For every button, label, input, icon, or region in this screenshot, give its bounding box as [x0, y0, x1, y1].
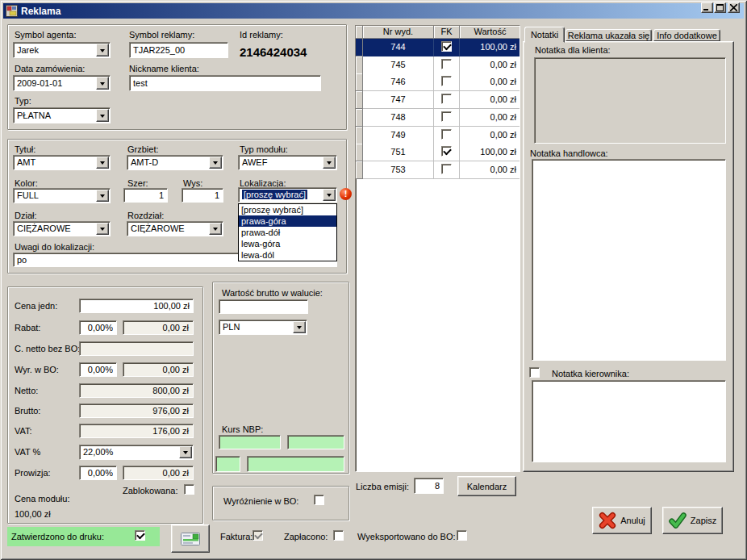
grid-cell-fk[interactable] [434, 56, 460, 74]
zablokowana-checkbox[interactable] [184, 484, 194, 495]
fk-checkbox[interactable] [441, 146, 452, 157]
grid-row-header[interactable] [356, 39, 363, 56]
symbol-agenta-dropdown-button[interactable] [96, 44, 109, 56]
fk-checkbox[interactable] [441, 41, 452, 52]
typ-modulu-dropdown-button[interactable] [323, 157, 336, 169]
grid-row[interactable]: 7470,00 zł [356, 91, 520, 109]
data-zamowienia-dropdown-button[interactable] [96, 77, 109, 90]
grid-cell-fk[interactable] [434, 144, 460, 161]
prowizja-pct-input[interactable] [79, 466, 117, 480]
tab-reklama-ukazala-sie[interactable]: Reklama ukazała się [565, 29, 652, 41]
zapisz-button[interactable]: Zapisz [662, 507, 723, 534]
grid-cell-nr-wyd[interactable]: 751 [363, 144, 434, 161]
zaplacono-checkbox[interactable] [333, 530, 344, 541]
data-zamowienia-combobox[interactable]: 2009-01-01 [13, 75, 111, 91]
cena-jedn-input[interactable] [79, 299, 194, 313]
grid-cell-nr-wyd[interactable]: 749 [363, 127, 434, 144]
notatka-kierownika-textarea[interactable] [532, 380, 726, 462]
grid-row-header[interactable] [356, 56, 363, 74]
grid-header-fk[interactable]: FK [434, 26, 460, 39]
grid-row[interactable]: 7490,00 zł [356, 127, 520, 144]
lokalizacja-combobox[interactable]: [proszę wybrać] [238, 187, 337, 203]
tab-info-dodatkowe[interactable]: Info dodatkowe [653, 29, 720, 41]
tytul-dropdown-button[interactable] [96, 157, 109, 169]
fk-checkbox[interactable] [441, 129, 452, 140]
fk-checkbox[interactable] [441, 111, 452, 122]
grid-cell-wartosc[interactable]: 0,00 zł [460, 73, 520, 91]
kolor-dropdown-button[interactable] [96, 190, 109, 202]
rozdzial-dropdown-button[interactable] [209, 223, 222, 235]
grid-cell-fk[interactable] [434, 127, 460, 144]
kurs-nbp-input-2[interactable] [287, 435, 344, 449]
grid-row[interactable]: 7480,00 zł [356, 109, 520, 127]
grid-row[interactable]: 7450,00 zł [356, 56, 520, 74]
grid-cell-wartosc[interactable]: 0,00 zł [460, 91, 520, 109]
fk-checkbox[interactable] [441, 59, 452, 69]
grid-cell-wartosc[interactable]: 0,00 zł [460, 161, 520, 179]
grid-cell-nr-wyd[interactable]: 746 [363, 73, 434, 91]
kurs-nbp-input-1[interactable] [219, 435, 281, 449]
lokalizacja-dropdown-list[interactable]: [proszę wybrać]prawa-góraprawa-dółlewa-g… [238, 203, 337, 261]
fk-checkbox[interactable] [441, 164, 452, 174]
grid-row-header[interactable] [356, 144, 363, 161]
grid-row-header[interactable] [356, 91, 363, 109]
grid-cell-wartosc[interactable]: 0,00 zł [460, 56, 520, 74]
grid-row[interactable]: 7460,00 zł [356, 73, 520, 91]
grid-row[interactable]: 7530,00 zł [356, 161, 520, 179]
lokalizacja-dropdown-option[interactable]: lewa-góra [239, 238, 336, 249]
grzbiet-dropdown-button[interactable] [209, 157, 222, 169]
dzial-combobox[interactable]: CIĘŻAROWE [13, 221, 111, 236]
grid-cell-fk[interactable] [434, 109, 460, 127]
wartosc-brutto-input[interactable] [219, 299, 308, 314]
kolor-combobox[interactable]: FULL [13, 188, 111, 203]
liczba-emisji-input[interactable] [414, 478, 444, 494]
typ-dropdown-button[interactable] [96, 109, 109, 122]
waluta-combobox[interactable]: PLN [219, 320, 307, 335]
grid-header-nr-wyd[interactable]: Nr wyd. [363, 26, 434, 39]
wyr-w-bo-pct-input[interactable] [79, 362, 117, 377]
grid-cell-wartosc[interactable]: 100,00 zł [460, 39, 520, 56]
kurs-nbp-input-3[interactable] [215, 456, 240, 472]
grid-row-header[interactable] [356, 73, 363, 91]
grid-cell-fk[interactable] [434, 73, 460, 91]
lokalizacja-dropdown-button[interactable] [323, 189, 336, 201]
notatka-kierownika-checkbox[interactable] [529, 367, 540, 378]
grid-cell-wartosc[interactable]: 0,00 zł [460, 109, 520, 127]
minimize-button[interactable] [701, 2, 713, 13]
rozdzial-combobox[interactable]: CIĘŻAROWE [127, 221, 223, 236]
typ-modulu-combobox[interactable]: AWEF [238, 155, 337, 170]
grid-row[interactable]: 751100,00 zł [356, 144, 520, 161]
vat-pct-dropdown-button[interactable] [179, 446, 192, 458]
kurs-nbp-input-4[interactable] [247, 456, 344, 472]
symbol-agenta-combobox[interactable]: Jarek [13, 42, 111, 58]
szer-input[interactable] [123, 188, 168, 203]
grid-row-header[interactable] [356, 161, 363, 179]
grid-cell-fk[interactable] [434, 39, 460, 56]
kalendarz-button[interactable]: Kalendarz [457, 476, 516, 496]
dzial-dropdown-button[interactable] [96, 223, 109, 235]
fk-checkbox[interactable] [441, 76, 452, 86]
grid-row-header[interactable] [356, 127, 363, 144]
waluta-dropdown-button[interactable] [293, 321, 306, 333]
lokalizacja-dropdown-option[interactable]: prawa-góra [239, 215, 336, 227]
emissions-grid[interactable]: Nr wyd. FK Wartość 744100,00 zł7450,00 z… [355, 25, 520, 472]
symbol-reklamy-input[interactable] [129, 42, 228, 58]
close-button[interactable] [728, 2, 740, 13]
lokalizacja-dropdown-option[interactable]: prawa-dół [239, 227, 336, 238]
lokalizacja-dropdown-option[interactable]: [proszę wybrać] [239, 204, 336, 215]
titlebar[interactable]: Reklama [3, 3, 744, 19]
grid-row-header[interactable] [356, 109, 363, 127]
typ-combobox[interactable]: PŁATNA [13, 107, 111, 123]
grid-row[interactable]: 744100,00 zł [356, 39, 520, 56]
wys-input[interactable] [182, 188, 223, 203]
vat-pct-combobox[interactable]: 22,00% [79, 445, 194, 460]
wyroznienie-checkbox[interactable] [314, 495, 324, 505]
grid-cell-wartosc[interactable]: 100,00 zł [460, 144, 520, 161]
grid-cell-nr-wyd[interactable]: 748 [363, 109, 434, 127]
wyeksportowano-checkbox[interactable] [457, 530, 467, 541]
grid-cell-nr-wyd[interactable]: 744 [363, 39, 434, 56]
notatka-handlowca-textarea[interactable] [532, 159, 726, 361]
print-preview-button[interactable] [171, 524, 210, 553]
grid-cell-nr-wyd[interactable]: 747 [363, 91, 434, 109]
grid-cell-nr-wyd[interactable]: 753 [363, 161, 434, 179]
